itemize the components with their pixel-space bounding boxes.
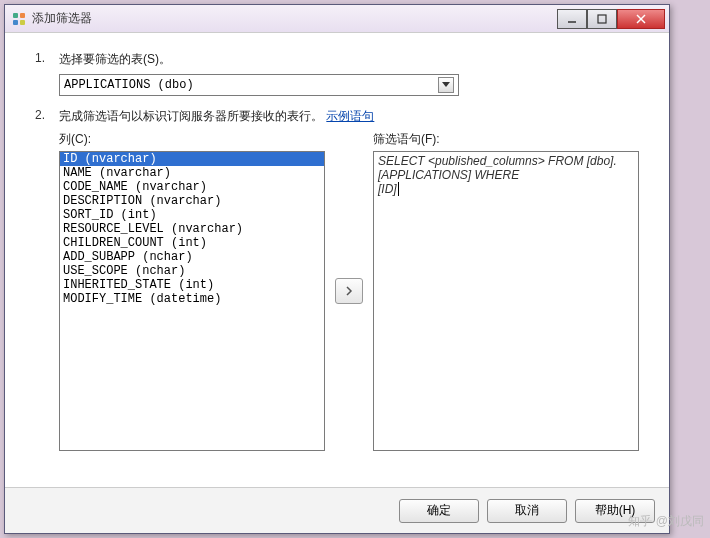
window-title: 添加筛选器 [32,10,557,27]
svg-rect-0 [13,13,18,18]
list-item[interactable]: CODE_NAME (nvarchar) [60,180,324,194]
svg-rect-5 [598,15,606,23]
filter-label: 筛选语句(F): [373,131,639,148]
columns-listbox[interactable]: ID (nvarchar)NAME (nvarchar)CODE_NAME (n… [59,151,325,451]
table-select-dropdown[interactable]: APPLICATIONS (dbo) [59,74,459,96]
add-column-button[interactable] [335,278,363,304]
dialog-window: 添加筛选器 1. 选择要筛选的表(S)。 APPLICATIONS (dbo) … [4,4,670,534]
step-2-prefix: 完成筛选语句以标识订阅服务器所要接收的表行。 [59,109,323,123]
minimize-button[interactable] [557,9,587,29]
app-icon [11,11,27,27]
svg-marker-8 [442,82,450,87]
list-item[interactable]: CHILDREN_COUNT (int) [60,236,324,250]
close-button[interactable] [617,9,665,29]
dialog-footer: 确定 取消 帮助(H) [5,487,669,533]
filter-line-1: SELECT <published_columns> FROM [dbo].[A… [378,154,634,182]
list-item[interactable]: ID (nvarchar) [60,152,324,166]
dialog-content: 1. 选择要筛选的表(S)。 APPLICATIONS (dbo) 2. 完成筛… [5,33,669,487]
columns-panel: 列(C): ID (nvarchar)NAME (nvarchar)CODE_N… [59,131,325,451]
cancel-button[interactable]: 取消 [487,499,567,523]
list-item[interactable]: ADD_SUBAPP (nchar) [60,250,324,264]
step-1-text: 选择要筛选的表(S)。 [59,51,639,68]
step-2-text: 完成筛选语句以标识订阅服务器所要接收的表行。 示例语句 [59,108,639,125]
filter-statement-textarea[interactable]: SELECT <published_columns> FROM [dbo].[A… [373,151,639,451]
help-button[interactable]: 帮助(H) [575,499,655,523]
list-item[interactable]: MODIFY_TIME (datetime) [60,292,324,306]
columns-area: 列(C): ID (nvarchar)NAME (nvarchar)CODE_N… [59,131,639,451]
list-item[interactable]: NAME (nvarchar) [60,166,324,180]
list-item[interactable]: RESOURCE_LEVEL (nvarchar) [60,222,324,236]
list-item[interactable]: DESCRIPTION (nvarchar) [60,194,324,208]
svg-rect-1 [20,13,25,18]
titlebar: 添加筛选器 [5,5,669,33]
step-1-number: 1. [35,51,59,96]
step-1: 1. 选择要筛选的表(S)。 APPLICATIONS (dbo) [35,51,639,96]
maximize-button[interactable] [587,9,617,29]
step-2-number: 2. [35,108,59,451]
list-item[interactable]: USE_SCOPE (nchar) [60,264,324,278]
list-item[interactable]: SORT_ID (int) [60,208,324,222]
ok-button[interactable]: 确定 [399,499,479,523]
window-controls [557,9,665,29]
chevron-right-icon [345,286,353,296]
step-2: 2. 完成筛选语句以标识订阅服务器所要接收的表行。 示例语句 列(C): ID … [35,108,639,451]
list-item[interactable]: INHERITED_STATE (int) [60,278,324,292]
columns-label: 列(C): [59,131,325,148]
svg-rect-3 [20,20,25,25]
filter-panel: 筛选语句(F): SELECT <published_columns> FROM… [373,131,639,451]
filter-line-2: [ID] [378,182,634,196]
dropdown-selected: APPLICATIONS (dbo) [64,78,438,92]
chevron-down-icon [438,77,454,93]
example-statement-link[interactable]: 示例语句 [326,109,374,123]
svg-rect-2 [13,20,18,25]
